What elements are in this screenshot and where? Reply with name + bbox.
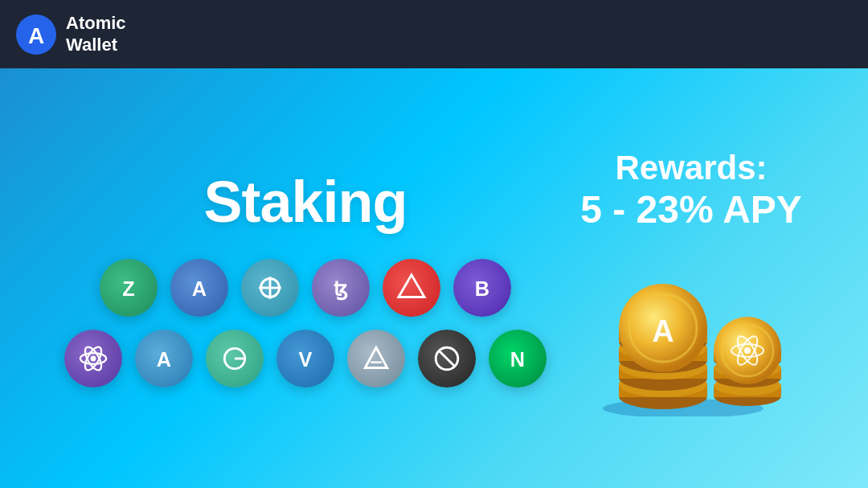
left-section: Staking Z A ꜩ [64,169,547,388]
coin-tron [383,259,440,317]
coin-stellar [241,259,299,317]
svg-point-13 [91,356,96,362]
svg-text:B: B [475,277,489,300]
coins-stack-illustration: A [579,248,804,408]
svg-marker-18 [365,347,387,367]
coins-row-1: Z A ꜩ B [64,259,547,317]
app-header: A Atomic Wallet [0,0,868,68]
coin-vechain: V [276,330,334,388]
app-name-line1: Atomic [66,13,126,33]
coin-neox [418,330,476,388]
svg-text:Z: Z [122,277,134,300]
main-banner: Staking Z A ꜩ [0,68,868,488]
svg-text:A: A [652,314,674,348]
svg-point-53 [744,347,751,354]
svg-text:A: A [192,277,207,300]
atomic-wallet-logo-icon: A [16,14,56,55]
coins-row-2: A V [64,330,547,388]
coin-algorand: A [135,330,193,388]
coin-band: B [453,259,511,317]
svg-text:ꜩ: ꜩ [334,277,348,301]
coins-grid: Z A ꜩ B [64,259,547,388]
svg-line-21 [439,351,456,367]
logo-container: A Atomic Wallet [16,13,126,55]
coin-tezos: ꜩ [312,259,370,317]
rewards-text: Rewards: 5 - 23% APY [580,149,802,232]
rewards-label: Rewards: [580,149,802,187]
coin-elrond [206,330,264,388]
svg-marker-8 [399,275,424,297]
coin-ark [347,330,405,388]
coin-zilliqa: Z [100,259,158,317]
app-title: Atomic Wallet [66,13,126,55]
staking-title: Staking [203,169,407,235]
app-name-line2: Wallet [66,35,117,55]
rewards-value: 5 - 23% APY [580,187,802,232]
svg-text:V: V [299,348,313,371]
coin-cosmos [64,330,122,388]
right-section: Rewards: 5 - 23% APY [579,149,804,408]
coin-neo: N [489,330,547,388]
svg-text:A: A [28,23,44,47]
svg-text:N: N [510,348,525,371]
svg-text:A: A [157,348,171,371]
coin-atomic: A [170,259,228,317]
app-name: Atomic Wallet [66,13,126,55]
